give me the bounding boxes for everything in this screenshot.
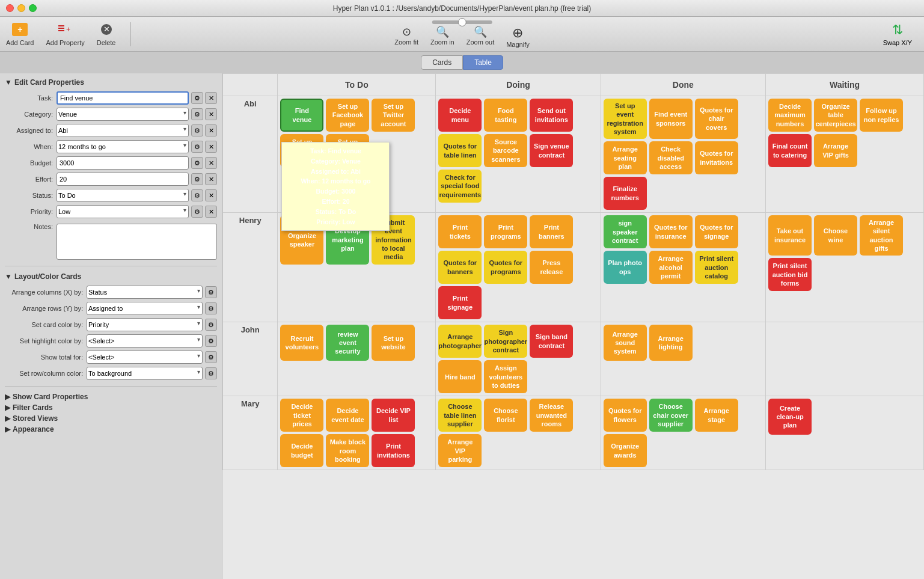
stored-views-section[interactable]: ▶ Stored Views [5, 414, 217, 423]
category-clear-icon[interactable]: ✕ [205, 108, 217, 120]
card-print-invitations[interactable]: Print invitations [372, 434, 415, 467]
card-lighting[interactable]: Arrange lighting [649, 325, 693, 361]
card-sound-system[interactable]: Arrange sound system [604, 325, 647, 361]
card-decide-menu[interactable]: Decide menu [438, 99, 482, 132]
highlight-select[interactable]: <Select> [87, 334, 203, 348]
card-chair-cover-supplier[interactable]: Choose chair cover supplier [649, 399, 693, 432]
card-barcode[interactable]: Source barcode scanners [484, 134, 527, 167]
tab-cards[interactable]: Cards [421, 55, 463, 70]
status-clear-icon[interactable]: ✕ [205, 189, 217, 201]
card-decide-budget[interactable]: Decide budget [280, 434, 323, 467]
card-color-settings-icon[interactable]: ⚙ [205, 319, 217, 331]
card-find-venue[interactable]: Find venue Task: Find venue Category: Ve… [280, 99, 323, 132]
card-chair-covers[interactable]: Quotes for chair covers [695, 99, 738, 139]
status-select[interactable]: To Do [57, 189, 189, 202]
zoom-fit-button[interactable]: ⊙ Zoom fit [394, 25, 418, 48]
card-hire-band[interactable]: Hire band [438, 360, 482, 393]
card-twitter[interactable]: Set up Twitter account [372, 99, 415, 132]
card-sign-speaker[interactable]: sign speaker contract [604, 215, 647, 248]
category-settings-icon[interactable]: ⚙ [191, 108, 203, 120]
effort-clear-icon[interactable]: ✕ [205, 173, 217, 185]
zoom-thumb[interactable] [457, 18, 466, 26]
card-bank[interactable]: Set up bank account [280, 134, 323, 167]
row-col-color-settings-icon[interactable]: ⚙ [205, 367, 217, 379]
card-block-room[interactable]: Make block room booking [326, 434, 369, 467]
card-vip-gifts[interactable]: Arrange VIP gifts [814, 134, 857, 167]
card-event-date[interactable]: Decide event date [326, 399, 369, 432]
card-color-select[interactable]: Priority [87, 318, 203, 331]
effort-input[interactable] [57, 173, 189, 186]
card-photo-ops[interactable]: Plan photo ops [604, 251, 647, 284]
card-ticket-prices[interactable]: Decide ticket prices [280, 399, 323, 432]
card-quotes-programs[interactable]: Quotes for programs [484, 251, 527, 284]
card-press-release[interactable]: Press release [530, 251, 573, 284]
when-select[interactable]: 12 months to go [57, 140, 189, 153]
highlight-settings-icon[interactable]: ⚙ [205, 335, 217, 347]
priority-clear-icon[interactable]: ✕ [205, 206, 217, 218]
card-alcohol-permit[interactable]: Arrange alcohol permit [649, 251, 693, 284]
notes-textarea[interactable] [57, 224, 217, 260]
task-settings-icon[interactable]: ⚙ [191, 92, 203, 104]
card-vip-list[interactable]: Decide VIP list [372, 399, 415, 432]
card-volunteers-duties[interactable]: Assign volunteers to duties [484, 360, 527, 393]
status-settings-icon[interactable]: ⚙ [191, 189, 203, 201]
budget-input[interactable] [57, 156, 189, 170]
assigned-clear-icon[interactable]: ✕ [205, 124, 217, 136]
add-property-button[interactable]: + Add Property [46, 22, 84, 46]
card-catering-count[interactable]: Final count to catering [768, 134, 812, 167]
edit-card-section-header[interactable]: ▼ Edit Card Properties [5, 78, 217, 87]
card-auction-gifts[interactable]: Arrange silent auction gifts [860, 215, 903, 256]
card-quotes-banners[interactable]: Quotes for banners [438, 251, 482, 284]
card-vip-parking[interactable]: Arrange VIP parking [438, 434, 482, 467]
card-table-linen[interactable]: Quotes for table linen [438, 134, 482, 167]
card-food-tasting[interactable]: Food tasting [484, 99, 527, 132]
appearance-section[interactable]: ▶ Appearance [5, 425, 217, 433]
card-choose-wine[interactable]: Choose wine [814, 215, 857, 256]
budget-settings-icon[interactable]: ⚙ [191, 157, 203, 169]
card-registration[interactable]: Set up event registration system [604, 99, 647, 139]
magnify-button[interactable]: ⊕ Magnify [506, 25, 530, 48]
assigned-settings-icon[interactable]: ⚙ [191, 124, 203, 136]
filter-cards-section[interactable]: ▶ Filter Cards [5, 403, 217, 412]
card-finalize-numbers[interactable]: Finalize numbers [604, 177, 647, 210]
card-event-sponsors[interactable]: Find event sponsors [649, 99, 693, 139]
card-auction-bid-forms[interactable]: Print silent auction bid forms [768, 258, 812, 291]
card-organize-awards[interactable]: Organize awards [604, 434, 647, 467]
card-venue-contract[interactable]: Sign venue contract [530, 134, 573, 167]
card-quotes-insurance[interactable]: Quotes for insurance [649, 215, 693, 248]
card-special-food[interactable]: Check for special food requirements [438, 170, 482, 203]
card-recruit-volunteers[interactable]: Recruit volunteers [280, 325, 323, 361]
card-review-security[interactable]: review event security [326, 325, 369, 361]
card-max-numbers[interactable]: Decide maximum numbers [768, 99, 812, 132]
show-props-section[interactable]: ▶ Show Card Properties [5, 393, 217, 401]
arrange-cols-settings-icon[interactable]: ⚙ [205, 286, 217, 298]
card-marketing-plan[interactable]: Develop marketing plan [326, 215, 369, 264]
card-band-contract[interactable]: Sign band contract [530, 325, 573, 358]
arrange-rows-select[interactable]: Assigned to [87, 302, 203, 315]
card-send-invitations[interactable]: Send out invitations [530, 99, 573, 132]
card-photographer[interactable]: Arrange photographer [438, 325, 482, 358]
card-disabled-access[interactable]: Check disabled access [649, 141, 693, 174]
card-print-banners[interactable]: Print banners [530, 215, 573, 248]
zoom-track[interactable] [432, 20, 492, 24]
arrange-rows-settings-icon[interactable]: ⚙ [205, 302, 217, 314]
card-follow-up[interactable]: Follow up non replies [860, 99, 903, 132]
card-facebook[interactable]: Set up Facebook page [326, 99, 369, 132]
priority-settings-icon[interactable]: ⚙ [191, 206, 203, 218]
card-submit-event[interactable]: Submit event information to local media [372, 215, 415, 264]
card-print-tickets[interactable]: Print tickets [438, 215, 482, 248]
add-card-button[interactable]: + Add Card [6, 22, 34, 46]
card-table-linen-supplier[interactable]: Choose table linen supplier [438, 399, 482, 432]
close-button[interactable] [6, 4, 14, 12]
zoom-out-button[interactable]: 🔍 Zoom out [467, 25, 494, 48]
assigned-select[interactable]: Abi [57, 124, 189, 137]
when-settings-icon[interactable]: ⚙ [191, 141, 203, 153]
card-invitations-done[interactable]: Quotes for invitations [695, 141, 738, 174]
when-clear-icon[interactable]: ✕ [205, 141, 217, 153]
card-arrange-stage[interactable]: Arrange stage [695, 399, 738, 432]
zoom-in-button[interactable]: 🔍 Zoom in [430, 25, 454, 48]
category-select[interactable]: Venue [57, 108, 189, 121]
card-print-signage[interactable]: Print signage [438, 286, 482, 319]
layout-section-header[interactable]: ▼ Layout/Color Cards [5, 272, 217, 281]
budget-clear-icon[interactable]: ✕ [205, 157, 217, 169]
